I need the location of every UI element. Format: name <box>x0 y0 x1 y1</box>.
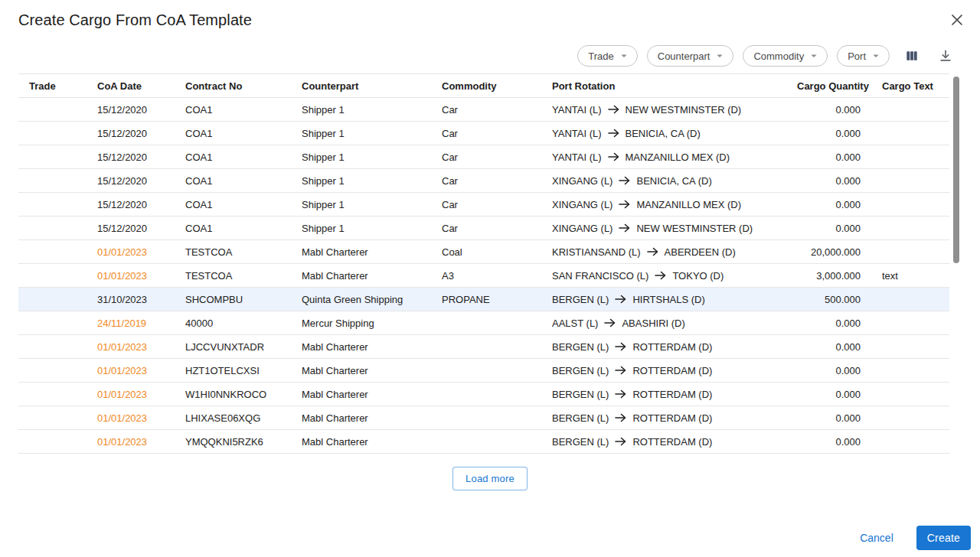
scrollbar-thumb[interactable] <box>953 77 959 263</box>
cell-coa-date: 01/01/2023 <box>87 430 175 454</box>
table-row[interactable]: 01/01/2023 TESTCOA Mabl Charterer A3 SAN… <box>18 264 949 288</box>
port-load: BERGEN (L) <box>552 389 609 400</box>
columns-button[interactable] <box>900 44 923 67</box>
table-row[interactable]: 01/01/2023 LHIXASE06XQG Mabl Charterer B… <box>18 406 949 430</box>
cell-coa-date: 24/11/2019 <box>87 311 175 335</box>
cell-commodity: Car <box>431 98 541 122</box>
column-header[interactable]: Contract No <box>175 74 291 98</box>
cell-cargo-text <box>871 169 949 193</box>
port-load: KRISTIANSAND (L) <box>552 246 641 258</box>
table-row[interactable]: 01/01/2023 W1HI0NNKROCO Mabl Charterer B… <box>18 383 949 406</box>
port-load: BERGEN (L) <box>552 341 609 353</box>
table-row[interactable]: 24/11/2019 40000 Mercur Shipping AALST (… <box>18 311 949 335</box>
close-button[interactable] <box>946 9 968 31</box>
cell-coa-date: 15/12/2020 <box>87 193 175 217</box>
cell-commodity <box>431 383 541 406</box>
filter-trade[interactable]: Trade <box>577 45 637 67</box>
table-row[interactable]: 01/01/2023 LJCCVUNXTADR Mabl Charterer B… <box>18 335 949 359</box>
filter-port[interactable]: Port <box>837 45 890 67</box>
cell-port-rotation: YANTAI (L) BENICIA, CA (D) <box>541 122 786 145</box>
cell-counterpart: Quinta Green Shipping <box>291 288 431 311</box>
arrow-right-icon <box>608 129 619 138</box>
cell-counterpart: Mabl Charterer <box>291 335 431 359</box>
cell-cargo-quantity: 0.000 <box>786 359 871 383</box>
filter-port-label: Port <box>848 50 866 62</box>
cell-commodity <box>431 335 541 359</box>
cell-commodity <box>431 430 541 454</box>
column-header[interactable]: Cargo Quantity <box>786 74 871 98</box>
cell-port-rotation: XINGANG (L) BENICIA, CA (D) <box>541 169 786 193</box>
cell-coa-date: 01/01/2023 <box>87 335 175 359</box>
arrow-right-icon <box>615 413 626 422</box>
port-discharge: ROTTERDAM (D) <box>632 412 712 424</box>
column-header[interactable]: Port Rotation <box>541 74 786 98</box>
port-discharge: BENICIA, CA (D) <box>626 128 701 139</box>
table-row[interactable]: 15/12/2020 COA1 Shipper 1 Car XINGANG (L… <box>18 217 949 240</box>
cell-contract-no: COA1 <box>175 217 291 240</box>
cell-contract-no: TESTCOA <box>175 264 291 288</box>
column-header[interactable]: Cargo Text <box>871 74 949 98</box>
cell-port-rotation: BERGEN (L) ROTTERDAM (D) <box>541 359 786 383</box>
column-header[interactable]: Trade <box>18 74 87 98</box>
arrow-right-icon <box>655 271 666 280</box>
port-load: XINGANG (L) <box>552 175 612 187</box>
cell-cargo-text <box>871 145 949 169</box>
cell-commodity: Car <box>431 217 541 240</box>
arrow-right-icon <box>615 437 626 446</box>
cell-coa-date: 01/01/2023 <box>87 240 175 264</box>
cell-cargo-quantity: 0.000 <box>786 98 871 122</box>
cell-counterpart: Shipper 1 <box>291 193 431 217</box>
cell-contract-no: SHCOMPBU <box>175 288 291 311</box>
table-row[interactable]: 01/01/2023 HZT1OTELCXSI Mabl Charterer B… <box>18 359 949 383</box>
filter-commodity[interactable]: Commodity <box>743 45 828 67</box>
port-discharge: NEW WESTMINSTER (D) <box>636 223 753 234</box>
download-button[interactable] <box>934 44 957 67</box>
cell-contract-no: 40000 <box>175 311 291 335</box>
column-header[interactable]: Commodity <box>431 74 541 98</box>
arrow-right-icon <box>619 200 630 209</box>
cell-port-rotation: BERGEN (L) HIRTSHALS (D) <box>541 288 786 311</box>
load-more-button[interactable]: Load more <box>452 467 528 490</box>
port-discharge: ROTTERDAM (D) <box>632 341 712 353</box>
filter-counterpart[interactable]: Counterpart <box>647 45 734 67</box>
cell-trade <box>18 145 87 169</box>
cell-cargo-text <box>871 335 949 359</box>
cell-contract-no: COA1 <box>175 145 291 169</box>
coa-table: TradeCoA DateContract NoCounterpartCommo… <box>18 73 949 454</box>
cell-counterpart: Mercur Shipping <box>291 311 431 335</box>
column-header[interactable]: Counterpart <box>291 74 431 98</box>
table-row[interactable]: 01/01/2023 YMQQKNI5RZK6 Mabl Charterer B… <box>18 430 949 454</box>
table-row[interactable]: 01/01/2023 TESTCOA Mabl Charterer Coal K… <box>18 240 949 264</box>
cell-commodity: PROPANE <box>431 288 541 311</box>
cell-commodity <box>431 359 541 383</box>
table-row[interactable]: 15/12/2020 COA1 Shipper 1 Car XINGANG (L… <box>18 169 949 193</box>
cell-trade <box>18 311 87 335</box>
cell-contract-no: TESTCOA <box>175 240 291 264</box>
table-row[interactable]: 15/12/2020 COA1 Shipper 1 Car YANTAI (L)… <box>18 122 949 145</box>
cell-port-rotation: YANTAI (L) MANZANILLO MEX (D) <box>541 145 786 169</box>
table-row[interactable]: 15/12/2020 COA1 Shipper 1 Car YANTAI (L)… <box>18 145 949 169</box>
cancel-button[interactable]: Cancel <box>854 527 900 549</box>
cell-counterpart: Mabl Charterer <box>291 264 431 288</box>
cell-port-rotation: YANTAI (L) NEW WESTMINSTER (D) <box>541 98 786 122</box>
cell-port-rotation: BERGEN (L) ROTTERDAM (D) <box>541 406 786 430</box>
filter-commodity-label: Commodity <box>753 50 804 62</box>
cell-contract-no: LJCCVUNXTADR <box>175 335 291 359</box>
arrow-right-icon <box>647 247 658 256</box>
cell-cargo-quantity: 0.000 <box>786 169 871 193</box>
vertical-scrollbar[interactable] <box>953 74 959 454</box>
port-discharge: BENICIA, CA (D) <box>636 175 711 187</box>
table-row[interactable]: 15/12/2020 COA1 Shipper 1 Car YANTAI (L)… <box>18 98 949 122</box>
table-row[interactable]: 15/12/2020 COA1 Shipper 1 Car XINGANG (L… <box>18 193 949 217</box>
cell-cargo-text <box>871 288 949 311</box>
table-row[interactable]: 31/10/2023 SHCOMPBU Quinta Green Shippin… <box>18 288 949 311</box>
cell-commodity: Car <box>431 193 541 217</box>
footer-actions: Cancel Create <box>854 526 971 550</box>
cell-cargo-text <box>871 122 949 145</box>
cell-coa-date: 01/01/2023 <box>87 359 175 383</box>
cell-trade <box>18 98 87 122</box>
arrow-right-icon <box>615 366 626 375</box>
create-button[interactable]: Create <box>916 526 971 550</box>
column-header[interactable]: CoA Date <box>87 74 175 98</box>
port-discharge: HIRTSHALS (D) <box>632 294 704 305</box>
